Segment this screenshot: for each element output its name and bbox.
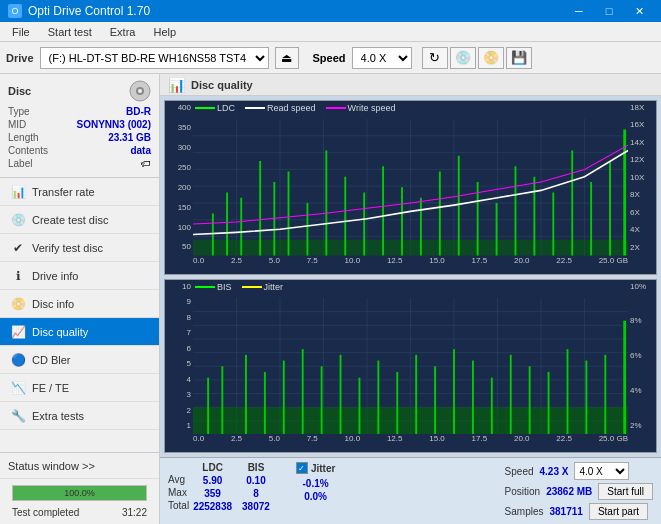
speed-label: Speed — [505, 466, 534, 477]
menu-bar: File Start test Extra Help — [0, 22, 661, 42]
svg-rect-27 — [325, 151, 327, 256]
stats-ldc-col: LDC 5.90 359 2252838 — [193, 462, 232, 512]
jitter-header: Jitter — [311, 463, 335, 474]
ldc-chart-area — [193, 119, 628, 256]
status-text-row: Test completed 31:22 — [6, 505, 153, 522]
drive-info-icon: ℹ — [10, 269, 26, 283]
svg-rect-39 — [552, 193, 554, 256]
main-layout: Disc Type BD-R MID SONYNN3 (002) Length … — [0, 74, 661, 524]
fe-te-icon: 📉 — [10, 381, 26, 395]
ldc-avg: 5.90 — [193, 475, 232, 486]
nav-extra-tests[interactable]: 🔧 Extra tests — [0, 402, 159, 430]
ldc-chart: LDC Read speed Write speed 400 350 300 — [164, 100, 657, 275]
nav-create-test-disc[interactable]: 💿 Create test disc — [0, 206, 159, 234]
menu-start-test[interactable]: Start test — [40, 24, 100, 40]
jitter-checkbox[interactable]: ✓ — [296, 462, 308, 474]
status-window-button[interactable]: Status window >> — [0, 453, 159, 479]
svg-rect-19 — [193, 240, 628, 256]
svg-rect-32 — [420, 198, 422, 256]
disc-type-value: BD-R — [126, 106, 151, 117]
svg-rect-80 — [529, 366, 531, 434]
cd-bler-icon: 🔵 — [10, 353, 26, 367]
ldc-chart-svg — [193, 119, 628, 256]
nav-fe-te[interactable]: 📉 FE / TE — [0, 374, 159, 402]
bis-color — [195, 286, 215, 288]
nav-disc-info-label: Disc info — [32, 298, 74, 310]
start-part-button[interactable]: Start part — [589, 503, 648, 520]
ldc-legend-read-label: Read speed — [267, 103, 316, 113]
svg-rect-41 — [590, 182, 592, 256]
bis-chart-legend: BIS Jitter — [195, 282, 283, 292]
nav-cd-bler-label: CD Bler — [32, 354, 71, 366]
bis-total: 38072 — [242, 501, 270, 512]
nav-disc-quality[interactable]: 📈 Disc quality — [0, 318, 159, 346]
extra-tests-icon: 🔧 — [10, 409, 26, 423]
disc-length-label: Length — [8, 132, 39, 143]
svg-rect-85 — [623, 320, 626, 434]
nav-drive-info[interactable]: ℹ Drive info — [0, 262, 159, 290]
svg-rect-28 — [344, 177, 346, 256]
position-value: 23862 MB — [546, 486, 592, 497]
nav-disc-info[interactable]: 📀 Disc info — [0, 290, 159, 318]
nav-fe-te-label: FE / TE — [32, 382, 69, 394]
svg-rect-79 — [510, 354, 512, 434]
svg-rect-62 — [193, 407, 628, 434]
total-label: Total — [168, 500, 189, 511]
bis-chart-area — [193, 298, 628, 435]
svg-rect-81 — [548, 371, 550, 434]
disc-label-label: Label — [8, 158, 32, 169]
minimize-button[interactable]: ─ — [565, 2, 593, 20]
speed-select-stats[interactable]: 4.0 X — [574, 462, 629, 480]
eject-button[interactable]: ⏏ — [275, 47, 299, 69]
bis-legend-bis: BIS — [195, 282, 232, 292]
speed-select[interactable]: 4.0 X — [352, 47, 412, 69]
svg-rect-34 — [458, 156, 460, 256]
disc-section-title: Disc — [8, 85, 31, 97]
svg-rect-73 — [396, 371, 398, 434]
svg-rect-37 — [515, 166, 517, 255]
menu-extra[interactable]: Extra — [102, 24, 144, 40]
disc-contents-row: Contents data — [8, 145, 151, 156]
ldc-y-axis-right: 18X 16X 14X 12X 10X 8X 6X 4X 2X — [628, 101, 656, 254]
nav-verify-test-disc-label: Verify test disc — [32, 242, 103, 254]
nav-extra-tests-label: Extra tests — [32, 410, 84, 422]
menu-help[interactable]: Help — [145, 24, 184, 40]
start-full-button[interactable]: Start full — [598, 483, 653, 500]
svg-rect-20 — [212, 214, 214, 256]
svg-rect-42 — [609, 161, 611, 256]
disc-svg-icon — [129, 80, 151, 102]
nav-items: 📊 Transfer rate 💿 Create test disc ✔ Ver… — [0, 178, 159, 452]
title-bar: O Opti Drive Control 1.70 ─ □ ✕ — [0, 0, 661, 22]
svg-rect-83 — [585, 360, 587, 434]
nav-verify-test-disc[interactable]: ✔ Verify test disc — [0, 234, 159, 262]
svg-rect-71 — [358, 377, 360, 434]
svg-rect-36 — [496, 203, 498, 256]
svg-rect-82 — [567, 349, 569, 434]
drive-select[interactable]: (F:) HL-DT-ST BD-RE WH16NS58 TST4 — [40, 47, 269, 69]
status-window-label: Status window >> — [8, 460, 95, 472]
status-time-text: 31:22 — [122, 507, 147, 518]
ldc-legend-write: Write speed — [326, 103, 396, 113]
disc-button1[interactable]: 💿 — [450, 47, 476, 69]
bis-max: 8 — [242, 488, 270, 499]
nav-cd-bler[interactable]: 🔵 CD Bler — [0, 346, 159, 374]
nav-transfer-rate[interactable]: 📊 Transfer rate — [0, 178, 159, 206]
disc-length-row: Length 23.31 GB — [8, 132, 151, 143]
create-test-disc-icon: 💿 — [10, 213, 26, 227]
svg-rect-26 — [306, 203, 308, 256]
save-button[interactable]: 💾 — [506, 47, 532, 69]
maximize-button[interactable]: □ — [595, 2, 623, 20]
ldc-legend-write-label: Write speed — [348, 103, 396, 113]
ldc-total: 2252838 — [193, 501, 232, 512]
disc-label-icon: 🏷 — [141, 158, 151, 169]
toolbar-icons: ↻ 💿 📀 💾 — [422, 47, 532, 69]
jitter-color — [242, 286, 262, 288]
max-label: Max — [168, 487, 189, 498]
refresh-button[interactable]: ↻ — [422, 47, 448, 69]
avg-label: Avg — [168, 474, 189, 485]
samples-value: 381711 — [550, 506, 583, 517]
disc-button2[interactable]: 📀 — [478, 47, 504, 69]
svg-rect-77 — [472, 360, 474, 434]
menu-file[interactable]: File — [4, 24, 38, 40]
close-button[interactable]: ✕ — [625, 2, 653, 20]
